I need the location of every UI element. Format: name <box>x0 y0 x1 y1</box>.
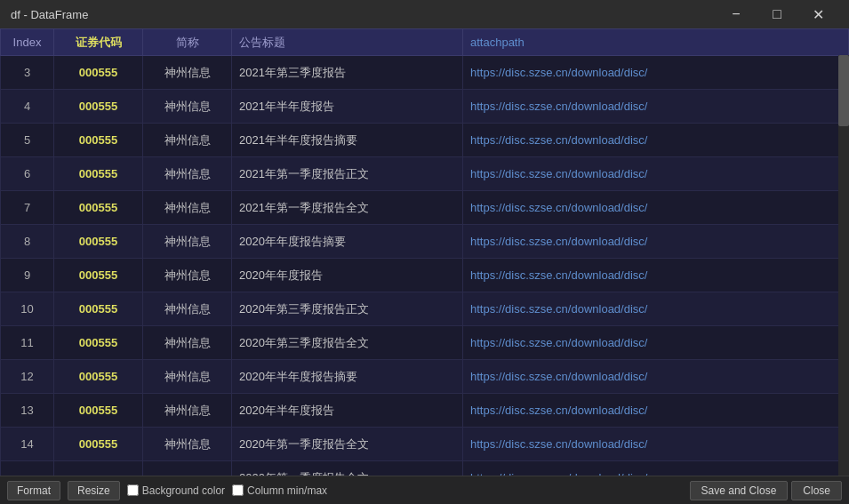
cell-index: 10 <box>1 292 54 326</box>
cell-title: 2021年第三季度报告 <box>232 56 463 90</box>
table-container: Index 证券代码 简称 公告标题 attachpath 3000555神州信… <box>0 28 849 476</box>
cell-index: 12 <box>1 360 54 394</box>
cell-title: 2020年年度报告摘要 <box>232 225 463 259</box>
table-row[interactable]: 10000555神州信息2020年第三季度报告正文https://disc.sz… <box>1 292 849 326</box>
bg-color-checkbox-label[interactable]: Background color <box>127 484 225 497</box>
cell-attach: https://disc.szse.cn/download/disc/ <box>463 428 849 461</box>
cell-title: 2020年第三季度报告正文 <box>232 292 463 326</box>
cell-title: 2020年年度报告 <box>232 259 463 292</box>
table-row[interactable]: .................2020年第一季度报告全文...https:/… <box>1 461 849 476</box>
cell-index: 13 <box>1 394 54 428</box>
scrollbar-thumb[interactable] <box>838 55 849 126</box>
cell-attach: https://disc.szse.cn/download/disc/ <box>463 90 849 124</box>
cell-index: 7 <box>1 191 54 225</box>
cell-attach: https://disc.szse.cn/download/disc/ <box>463 56 849 90</box>
cell-code: 000555 <box>54 90 143 124</box>
window-title: df - DataFrame <box>11 8 716 21</box>
cell-attach: https://disc.szse.cn/download/disc/ <box>463 191 849 225</box>
cell-short: 神州信息 <box>143 225 232 259</box>
bg-color-checkbox[interactable] <box>127 484 139 496</box>
cell-attach: https://disc.szse.cn/download/disc/ <box>463 292 849 326</box>
maximize-button[interactable]: □ <box>757 0 797 28</box>
table-row[interactable]: 11000555神州信息2020年第三季度报告全文https://disc.sz… <box>1 326 849 360</box>
close-window-button[interactable]: ✕ <box>797 0 838 28</box>
title-bar: df - DataFrame − □ ✕ <box>0 0 849 28</box>
window-controls: − □ ✕ <box>716 0 838 28</box>
cell-short: 神州信息 <box>143 191 232 225</box>
header-attach: attachpath <box>463 29 849 56</box>
cell-index: 11 <box>1 326 54 360</box>
cell-short: 神州信息 <box>143 360 232 394</box>
cell-code: 000555 <box>54 259 143 292</box>
cell-short: ........ <box>143 461 232 476</box>
cell-title: 2020年第一季度报告全文... <box>232 461 463 476</box>
cell-index: 14 <box>1 428 54 461</box>
header-code: 证券代码 <box>54 29 143 56</box>
table-row[interactable]: 13000555神州信息2020年半年度报告https://disc.szse.… <box>1 394 849 428</box>
table-row[interactable]: 14000555神州信息2020年第一季度报告全文https://disc.sz… <box>1 428 849 461</box>
cell-short: 神州信息 <box>143 394 232 428</box>
cell-code: 000555 <box>54 360 143 394</box>
cell-attach: https://disc.szse.cn/download/disc/ <box>463 360 849 394</box>
cell-code: ...... <box>54 461 143 476</box>
save-close-button[interactable]: Save and Close <box>690 481 789 500</box>
table-row[interactable]: 6000555神州信息2021年第一季度报告正文https://disc.szs… <box>1 157 849 191</box>
cell-code: 000555 <box>54 225 143 259</box>
cell-attach: https://disc.szse.cn/download/disc/... <box>463 461 849 476</box>
table-row[interactable]: 4000555神州信息2021年半年度报告https://disc.szse.c… <box>1 90 849 124</box>
cell-index: 9 <box>1 259 54 292</box>
cell-title: 2021年半年度报告 <box>232 90 463 124</box>
cell-title: 2021年第一季度报告全文 <box>232 191 463 225</box>
table-row[interactable]: 5000555神州信息2021年半年度报告摘要https://disc.szse… <box>1 124 849 157</box>
cell-title: 2021年第一季度报告正文 <box>232 157 463 191</box>
table-header: Index 证券代码 简称 公告标题 attachpath <box>1 29 849 56</box>
table-row[interactable]: 9000555神州信息2020年年度报告https://disc.szse.cn… <box>1 259 849 292</box>
cell-code: 000555 <box>54 292 143 326</box>
format-button[interactable]: Format <box>7 481 60 500</box>
cell-attach: https://disc.szse.cn/download/disc/ <box>463 259 849 292</box>
header-index: Index <box>1 29 54 56</box>
cell-code: 000555 <box>54 394 143 428</box>
cell-title: 2020年第一季度报告全文 <box>232 428 463 461</box>
cell-attach: https://disc.szse.cn/download/disc/ <box>463 326 849 360</box>
table-row[interactable]: 8000555神州信息2020年年度报告摘要https://disc.szse.… <box>1 225 849 259</box>
cell-index: ... <box>1 461 54 476</box>
bottom-bar: Format Resize Background color Column mi… <box>0 476 849 504</box>
col-minmax-checkbox-label[interactable]: Column min/max <box>232 484 327 497</box>
cell-attach: https://disc.szse.cn/download/disc/ <box>463 157 849 191</box>
header-short: 简称 <box>143 29 232 56</box>
cell-short: 神州信息 <box>143 259 232 292</box>
table-row[interactable]: 12000555神州信息2020年半年度报告摘要https://disc.szs… <box>1 360 849 394</box>
col-minmax-checkbox[interactable] <box>232 484 244 496</box>
cell-index: 8 <box>1 225 54 259</box>
cell-attach: https://disc.szse.cn/download/disc/ <box>463 124 849 157</box>
header-title: 公告标题 <box>232 29 463 56</box>
scrollbar-track[interactable] <box>838 55 849 476</box>
cell-index: 6 <box>1 157 54 191</box>
cell-short: 神州信息 <box>143 428 232 461</box>
cell-short: 神州信息 <box>143 157 232 191</box>
cell-code: 000555 <box>54 157 143 191</box>
table-row[interactable]: 7000555神州信息2021年第一季度报告全文https://disc.szs… <box>1 191 849 225</box>
dataframe-table: Index 证券代码 简称 公告标题 attachpath 3000555神州信… <box>0 28 849 476</box>
cell-code: 000555 <box>54 428 143 461</box>
bottom-right-buttons: Save and Close Close <box>690 481 842 500</box>
cell-code: 000555 <box>54 56 143 90</box>
cell-short: 神州信息 <box>143 326 232 360</box>
cell-index: 3 <box>1 56 54 90</box>
resize-button[interactable]: Resize <box>68 481 120 500</box>
cell-short: 神州信息 <box>143 56 232 90</box>
close-button[interactable]: Close <box>791 481 842 500</box>
cell-short: 神州信息 <box>143 90 232 124</box>
cell-title: 2020年第三季度报告全文 <box>232 326 463 360</box>
cell-short: 神州信息 <box>143 292 232 326</box>
cell-title: 2020年半年度报告摘要 <box>232 360 463 394</box>
col-minmax-label: Column min/max <box>247 484 327 497</box>
cell-code: 000555 <box>54 326 143 360</box>
cell-index: 4 <box>1 90 54 124</box>
table-row[interactable]: 3000555神州信息2021年第三季度报告https://disc.szse.… <box>1 56 849 90</box>
cell-code: 000555 <box>54 191 143 225</box>
cell-attach: https://disc.szse.cn/download/disc/ <box>463 394 849 428</box>
minimize-button[interactable]: − <box>716 0 757 28</box>
cell-attach: https://disc.szse.cn/download/disc/ <box>463 225 849 259</box>
